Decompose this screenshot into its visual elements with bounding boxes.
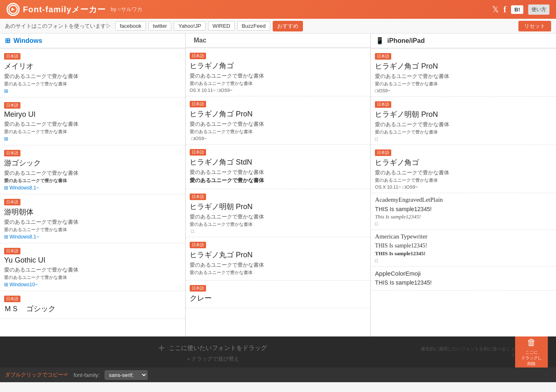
columns: ⊞ Windows 日本語 メイリオ 愛のあるユニークで豊かな書体 愛のあるユニ… [0,33,556,336]
font-name: ヒラギノ角ゴ ProN [375,61,552,71]
drop-icon: + [158,341,165,354]
windows-icon: ⊞ [5,37,10,45]
list-item[interactable]: 日本語 メイリオ 愛のあるユニークで豊かな書体 愛のあるユニークで豊かな書体 ⊞ [0,49,185,98]
list-item[interactable]: 日本語 Yu Gothic UI 愛のあるユニークで豊かな書体 愛のあるユニーク… [0,243,185,291]
font-preview: 愛のあるユニークで豊かな書体 [375,73,552,80]
list-item[interactable]: 日本語 ＭＳ ゴシック [0,291,185,319]
font-preview-small: 愛のあるユニークで豊かな書体 [375,177,552,183]
font-preview-italic: This Is sample12345! [375,214,552,220]
font-name: ヒラギノ角ゴ [190,61,367,71]
font-name: Yu Gothic UI [4,256,181,265]
twitter-icon[interactable]: 𝕏 [492,4,499,14]
windows-tag-icon: ⊞ Windows10~ [4,282,38,287]
font-tags: □ [375,258,552,263]
list-item[interactable]: 日本語 游ゴシック 愛のあるユニークで豊かな書体 愛のあるユニークで豊かな書体 … [0,145,185,194]
mac-font-list: 日本語 ヒラギノ角ゴ 愛のあるユニークで豊かな書体 愛のあるユニークで豊かな書体… [186,48,371,336]
mac-label: Mac [194,37,206,44]
drop-subtext: ＋ドラッグで並び替え [186,355,239,363]
font-name: 游ゴシック [4,158,181,168]
font-tags: ⊞ [4,88,181,94]
list-item[interactable]: 日本語 ヒラギノ角ゴ ProN 愛のあるユニークで豊かな書体 愛のあるユニークで… [186,96,371,145]
navbar-label: あのサイトはこのフォントを使っています▷ [5,22,111,30]
header: Font-familyメーカー by ○サルワカ 𝕏 f B! 使い方 [0,0,556,19]
list-item[interactable]: 日本語 ヒラギノ角ゴ ProN 愛のあるユニークで豊かな書体 愛のあるユニークで… [371,49,556,97]
font-preview-small: 愛のあるユニークで豊かな書体 [375,129,552,135]
column-header-windows: ⊞ Windows [0,33,185,49]
japanese-badge: 日本語 [375,101,391,108]
japanese-badge: 日本語 [190,149,206,156]
font-tags: □iOS9~ [190,136,367,141]
font-name: 游明朝体 [4,207,181,217]
font-preview: 愛のあるユニークで豊かな書体 [4,73,181,80]
font-preview-small: 愛のあるユニークで豊かな書体 [190,270,367,276]
list-item[interactable]: 日本語 クレー [186,281,371,308]
font-preview-small: 愛のあるユニークで豊かな書体 [190,129,367,135]
font-tags: ⊞ Windows8.1~ [4,234,181,240]
japanese-badge: 日本語 [190,194,206,200]
site-button-twitter[interactable]: twitter [148,21,172,31]
header-by: by ○サルワカ [111,6,142,13]
trash-label: ここにドラッグし削除 [521,350,542,367]
font-preview: 愛のあるユニークで豊かな書体 [190,72,367,80]
font-tags: ⊞ [4,136,181,142]
tsukau-button[interactable]: 使い方 [528,4,549,15]
ios-tag-icon: □ [375,221,378,226]
font-preview-small: 愛のあるユニークで豊かな書体 [4,227,181,233]
list-item[interactable]: 日本語 ヒラギノ丸ゴ ProN 愛のあるユニークで豊かな書体 愛のあるユニークで… [186,237,371,281]
font-name: メイリオ [4,61,181,71]
column-header-iphone: 📱 iPhone/iPad [371,33,556,49]
ios-tag-icon: □ [191,229,194,234]
font-preview-small: 愛のあるユニークで豊かな書体 [190,221,367,227]
font-preview: 愛のあるユニークで豊かな書体 [4,218,181,226]
font-preview-small: 愛のあるユニークで豊かな書体 [4,274,181,281]
font-preview: THIS Is sample12345! [375,279,552,286]
font-preview: 愛のあるユニークで豊かな書体 [4,266,181,274]
drop-zone-center: + ここに使いたいフォントをドラッグ ＋ドラッグで並び替え [8,341,417,363]
font-preview: 愛のあるユニークで豊かな書体 [4,169,181,177]
apple-tag-icon: OS X 10.11~ [375,185,401,189]
font-preview-small: 愛のあるユニークで豊かな書体 [190,80,367,87]
header-left: Font-familyメーカー by ○サルワカ [7,3,142,16]
list-item[interactable]: American Typewriter THIS Is sample12345!… [371,230,556,267]
site-button-facebook[interactable]: facebook [115,21,146,31]
font-preview: THIS Is sample12345! [375,206,552,212]
ios-tag-icon: □ [375,136,378,141]
reset-button[interactable]: リセット [518,21,551,31]
hatena-button[interactable]: B! [511,5,523,14]
font-name: AcademyEngravedLetPlain [375,196,552,203]
windows-font-list: 日本語 メイリオ 愛のあるユニークで豊かな書体 愛のあるユニークで豊かな書体 ⊞… [0,49,185,336]
iphone-label: iPhone/iPad [387,37,425,45]
font-preview: 愛のあるユニークで豊かな書体 [190,261,367,269]
font-preview: 愛のあるユニークで豊かな書体 [190,169,367,176]
font-preview: 愛のあるユニークで豊かな書体 [190,213,367,220]
site-button-wired[interactable]: WIRED [208,21,235,31]
japanese-badge: 日本語 [4,199,20,205]
list-item[interactable]: 日本語 ヒラギノ明朝 ProN 愛のあるユニークで豊かな書体 愛のあるユニークで… [371,97,556,145]
font-preview-small: 愛のあるユニークで豊かな書体 [4,129,181,135]
list-item[interactable]: AppleColorEmoji THIS Is sample12345! [371,267,556,291]
list-item[interactable]: 日本語 Meiryo UI 愛のあるユニークで豊かな書体 愛のあるユニークで豊か… [0,98,185,145]
list-item[interactable]: 日本語 ヒラギノ角ゴ StdN 愛のあるユニークで豊かな書体 愛のあるユニークで… [186,145,371,189]
windows-tag-icon: ⊞ [4,136,8,142]
site-button-yahoo[interactable]: Yahoo!JP [174,21,205,31]
site-button-buzzfeed[interactable]: BuzzFeed [237,21,270,31]
windows-tag-icon: ⊞ [4,88,8,94]
list-item[interactable]: AcademyEngravedLetPlain THIS Is sample12… [371,193,556,230]
font-name: ヒラギノ明朝 ProN [375,109,552,119]
list-item[interactable]: 日本語 游明朝体 愛のあるユニークで豊かな書体 愛のあるユニークで豊かな書体 ⊞… [0,194,185,243]
copy-label[interactable]: ダブルクリックでコピー☞ [5,371,69,379]
trash-zone[interactable]: 🗑 ここにドラッグし削除 [515,336,548,368]
site-button-osusume[interactable]: おすすめ [273,21,303,31]
list-item[interactable]: 日本語 ヒラギノ角ゴ 愛のあるユニークで豊かな書体 愛のあるユニークで豊かな書体… [186,48,371,96]
drop-zone: + ここに使いたいフォントをドラッグ ＋ドラッグで並び替え 優先的に適用したいフ… [0,336,556,368]
font-tags: □ [375,221,552,226]
japanese-badge: 日本語 [4,248,20,254]
font-family-select[interactable]: sans-serif; serif; monospace; [105,370,148,380]
drop-text: ここに使いたいフォントをドラッグ [169,344,267,352]
header-title: Font-familyメーカー [23,4,106,15]
facebook-icon[interactable]: f [504,5,507,14]
list-item[interactable]: 日本語 ヒラギノ角ゴ 愛のあるユニークで豊かな書体 愛のあるユニークで豊かな書体… [371,145,556,193]
column-iphone: 📱 iPhone/iPad 日本語 ヒラギノ角ゴ ProN 愛のあるユニークで豊… [371,33,556,336]
font-name: ヒラギノ角ゴ StdN [190,157,367,167]
list-item[interactable]: 日本語 ヒラギノ明朝 ProN 愛のあるユニークで豊かな書体 愛のあるユニークで… [186,189,371,237]
